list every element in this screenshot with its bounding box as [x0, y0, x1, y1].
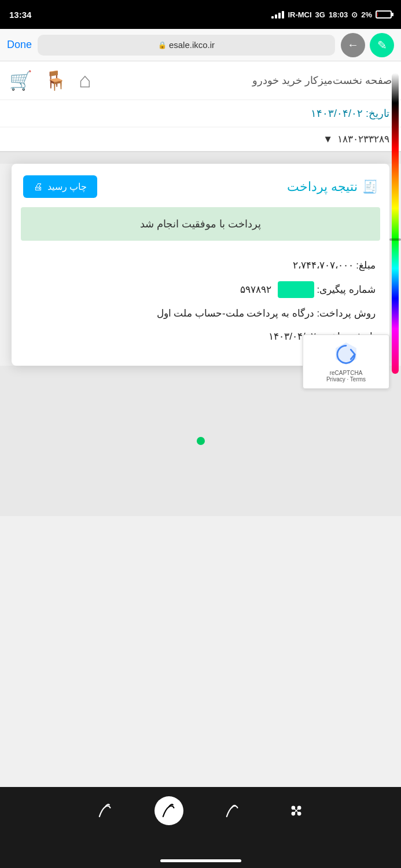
receipt-title-text: نتیجه پرداخت — [287, 179, 358, 194]
url-text: esale.ikco.ir — [169, 40, 215, 50]
green-dot — [197, 437, 205, 445]
pen-tool-1[interactable] — [91, 796, 120, 825]
carrier-label: IR-MCI — [288, 10, 311, 19]
color-gradient[interactable] — [392, 73, 399, 374]
method-label: روش پرداخت: — [317, 308, 376, 319]
color-picker[interactable] — [389, 61, 401, 397]
receipt-title-icon: 🧾 — [362, 179, 378, 194]
header-icons: 🛒 🪑 ⌂ — [9, 68, 91, 93]
amount-label: مبلغ: — [356, 260, 376, 271]
signal-bar-3 — [278, 13, 281, 19]
tracking-label: شماره پیگیری: — [317, 284, 376, 295]
browser-content-wrapper: 🛒 🪑 ⌂ صفحه نخست‌میزکار خرید خودرو تاریخ:… — [0, 61, 401, 516]
edit-button[interactable]: ✎ — [370, 33, 394, 57]
method-value: درگاه به پرداخت ملت-حساب ملت اول — [157, 308, 314, 319]
recaptcha-logo — [333, 341, 359, 366]
back-button[interactable]: ← — [341, 33, 365, 57]
signal-bars — [271, 11, 284, 19]
cart-icon[interactable]: 🛒 — [9, 69, 32, 91]
recaptcha-protected-text: reCAPTCHA — [309, 370, 383, 376]
print-button[interactable]: 🖨 چاپ رسید — [23, 175, 97, 198]
home-icon[interactable]: ⌂ — [79, 68, 91, 93]
pen-tool-3[interactable] — [218, 796, 247, 825]
nav-buttons: ← ✎ — [341, 33, 394, 57]
success-message: پرداخت با موفقیت انجام شد — [21, 207, 380, 241]
battery-icon — [376, 10, 392, 19]
status-left: 13:34 — [9, 10, 31, 20]
done-button[interactable]: Done — [7, 39, 32, 51]
tracking-highlight — [278, 281, 314, 299]
battery-percent: 2% — [361, 10, 372, 19]
signal-bar-1 — [271, 16, 274, 19]
home-indicator — [160, 859, 241, 862]
phone-number: ۱۸۳۰۲۳۳۲۸۹ — [337, 133, 389, 145]
toolbar-tools — [91, 796, 311, 825]
spacer-top — [0, 152, 401, 164]
signal-bar-2 — [275, 14, 277, 19]
dots-tool[interactable] — [282, 796, 311, 825]
location-icon: ⊙ — [351, 10, 358, 19]
phone-row: ۱۸۳۰۲۳۳۲۸۹ ▼ — [0, 127, 401, 152]
method-row: روش پرداخت: درگاه به پرداخت ملت-حساب ملت… — [25, 306, 376, 321]
tracking-value: ۵۹۷۸۹۲ — [240, 284, 271, 295]
network-type: 3G — [315, 10, 325, 19]
print-label: چاپ رسید — [47, 181, 87, 192]
pen-tool-2-icon — [159, 801, 179, 821]
bottom-toolbar — [0, 787, 401, 868]
pen-tool-2-active[interactable] — [154, 796, 183, 825]
desk-icon[interactable]: 🪑 — [44, 69, 67, 91]
dropdown-icon[interactable]: ▼ — [323, 134, 333, 145]
dots-tool-icon — [286, 801, 306, 821]
pen-tool-3-icon — [223, 801, 242, 821]
date-bar: تاریخ: ۱۴۰۳/۰۴/۰۲ — [0, 100, 401, 127]
status-bar: 13:34 IR-MCI 3G 18:03 ⊙ 2% — [0, 0, 401, 29]
browser-nav-bar: Done 🔒 esale.ikco.ir ← ✎ — [0, 29, 401, 61]
lock-icon: 🔒 — [158, 41, 167, 49]
tracking-row: شماره پیگیری: ۵۹۷۸۹۲ — [25, 281, 376, 299]
recaptcha-terms[interactable]: Privacy · Terms — [309, 376, 383, 382]
printer-icon: 🖨 — [34, 182, 43, 192]
battery-fill — [377, 12, 378, 17]
site-title: صفحه نخست‌میزکار خرید خودرو — [101, 74, 392, 87]
site-header: 🛒 🪑 ⌂ صفحه نخست‌میزکار خرید خودرو — [0, 61, 401, 100]
color-picker-handle[interactable] — [389, 238, 401, 241]
receipt-header: 🖨 چاپ رسید 🧾 نتیجه پرداخت — [12, 164, 389, 207]
amount-value: ۲،۷۴۴،۷۰۷،۰۰۰ — [293, 260, 354, 271]
status-time: 13:34 — [9, 10, 31, 20]
recaptcha-widget: reCAPTCHA Privacy · Terms — [303, 334, 389, 389]
signal-bar-4 — [282, 11, 284, 19]
status-right: IR-MCI 3G 18:03 ⊙ 2% — [271, 10, 392, 19]
browser-time: 18:03 — [329, 10, 348, 19]
url-bar[interactable]: 🔒 esale.ikco.ir — [38, 35, 335, 56]
receipt-title: 🧾 نتیجه پرداخت — [287, 179, 378, 194]
pen-tool-1-icon — [95, 801, 115, 821]
recaptcha-icon — [333, 341, 359, 366]
amount-row: مبلغ: ۲،۷۴۴،۷۰۷،۰۰۰ — [25, 258, 376, 273]
